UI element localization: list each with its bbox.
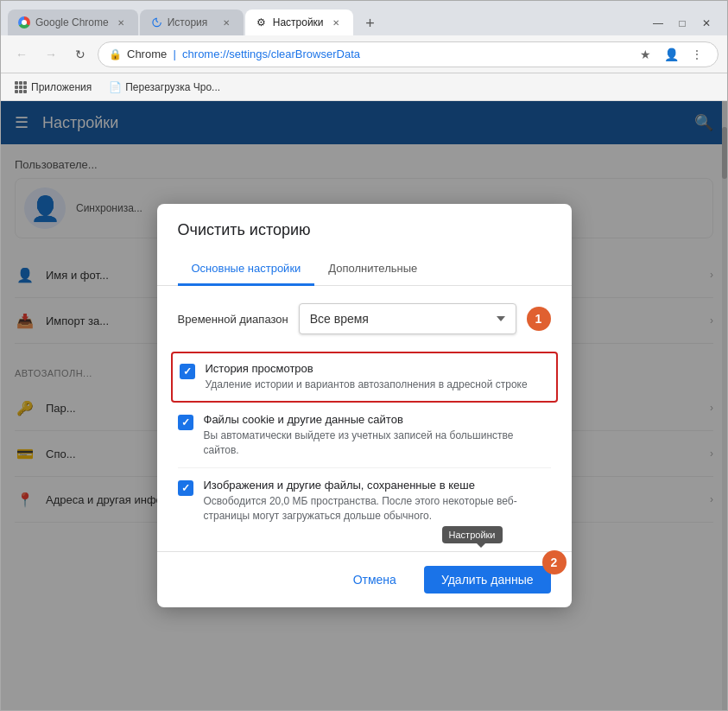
tab-google-chrome[interactable]: Google Chrome ✕: [8, 10, 138, 35]
back-button[interactable]: ←: [9, 42, 34, 67]
forward-button[interactable]: →: [39, 42, 63, 67]
bookmark-reload-chro[interactable]: 📄 Перезагрузка Чро...: [104, 79, 225, 96]
close-button[interactable]: ✕: [700, 16, 713, 30]
checkbox-item-history-highlighted: ✓ История просмотров Удаление истории и …: [171, 352, 558, 403]
cookies-content: Файлы cookie и другие данные сайтов Вы а…: [204, 413, 551, 458]
cache-desc: Освободится 20,0 МБ пространства. После …: [204, 494, 551, 524]
step1-badge: 1: [527, 307, 551, 331]
tab-settings[interactable]: ⚙ Настройки ✕: [245, 10, 353, 35]
checkmark-history: ✓: [183, 365, 192, 378]
cookies-desc: Вы автоматически выйдете из учетных запи…: [204, 429, 551, 458]
checkmark-cookies: ✓: [181, 416, 190, 429]
time-range-label: Временной диапазон: [178, 313, 288, 326]
minimize-button[interactable]: —: [651, 16, 665, 30]
tab-settings-label: Настройки: [273, 16, 324, 29]
address-chrome-prefix: Chrome: [127, 48, 167, 60]
time-range-select[interactable]: Все время Последний час Последние 24 час…: [299, 303, 516, 334]
history-desc: Удаление истории и вариантов автозаполне…: [206, 378, 549, 392]
modal-tabs: Основные настройки Дополнительные: [157, 253, 572, 286]
bookmark-reload-label: Перезагрузка Чро...: [125, 81, 220, 93]
tab-history[interactable]: История ✕: [140, 10, 244, 35]
address-bar[interactable]: 🔒 Chrome | chrome://settings/clearBrowse…: [98, 41, 719, 67]
step2-badge: 2: [542, 550, 567, 575]
apps-grid-icon: [15, 81, 27, 93]
window-controls: — □ ✕: [651, 16, 720, 35]
menu-button[interactable]: ⋮: [687, 44, 707, 65]
tab-close-settings[interactable]: ✕: [329, 16, 343, 29]
checkbox-item-cache: ✓ Изображения и другие файлы, сохраненны…: [178, 468, 551, 534]
modal-body: Временной диапазон Все время Последний ч…: [157, 286, 572, 551]
tab-bar: Google Chrome ✕ История ✕ ⚙ Настройки ✕ …: [1, 1, 727, 35]
tab-history-label: История: [168, 16, 214, 29]
apps-label: Приложения: [31, 81, 92, 93]
clear-history-modal: Очистить историю Основные настройки Допо…: [157, 204, 572, 607]
address-text: Chrome | chrome://settings/clearBrowserD…: [127, 48, 630, 60]
checkbox-item-history: ✓ История просмотров Удаление истории и …: [180, 362, 549, 392]
tab-google-chrome-label: Google Chrome: [35, 16, 109, 29]
checkbox-item-cookies: ✓ Файлы cookie и другие данные сайтов Вы…: [178, 403, 551, 469]
tab-close-google-chrome[interactable]: ✕: [114, 16, 128, 29]
history-icon: [150, 16, 162, 29]
address-actions: ★ 👤 ⋮: [635, 44, 707, 65]
gear-icon: ⚙: [256, 16, 268, 29]
cache-title: Изображения и другие файлы, сохраненные …: [204, 479, 551, 492]
bookmark-star-button[interactable]: ★: [635, 44, 655, 65]
checkbox-cache[interactable]: ✓: [178, 480, 193, 496]
cancel-button[interactable]: Отмена: [336, 566, 414, 594]
settings-tooltip: Настройки: [442, 526, 503, 543]
address-bar-area: ← → ↻ 🔒 Chrome | chrome://settings/clear…: [1, 35, 727, 73]
modal-title: Очистить историю: [157, 204, 572, 253]
history-content: История просмотров Удаление истории и ва…: [206, 362, 549, 392]
tab-close-history[interactable]: ✕: [219, 16, 233, 29]
bookmarks-bar: Приложения 📄 Перезагрузка Чро...: [1, 73, 727, 101]
new-tab-button[interactable]: +: [358, 11, 383, 35]
page-icon: 📄: [109, 81, 122, 93]
modal-overlay: Очистить историю Основные настройки Допо…: [1, 101, 727, 710]
checkbox-cookies[interactable]: ✓: [178, 415, 193, 430]
history-title: История просмотров: [206, 362, 549, 375]
modal-tab-basic[interactable]: Основные настройки: [178, 253, 315, 286]
account-button[interactable]: 👤: [661, 44, 681, 65]
modal-tab-advanced[interactable]: Дополнительные: [314, 253, 431, 286]
delete-data-button[interactable]: Удалить данные: [424, 566, 551, 594]
delete-button-container: Удалить данные 2: [424, 566, 551, 594]
secure-icon: 🔒: [109, 48, 122, 60]
modal-footer: Настройки Отмена Удалить данные 2: [157, 551, 572, 607]
time-range-row: Временной диапазон Все время Последний ч…: [178, 303, 551, 334]
cookies-title: Файлы cookie и другие данные сайтов: [204, 413, 551, 426]
browser-content: ☰ Настройки 🔍 Пользователе... 👤 Синхрони…: [1, 101, 727, 710]
checkbox-history[interactable]: ✓: [180, 364, 195, 379]
browser-window: Google Chrome ✕ История ✕ ⚙ Настройки ✕ …: [0, 0, 728, 711]
maximize-button[interactable]: □: [675, 16, 689, 30]
chrome-icon: [18, 16, 30, 29]
apps-button[interactable]: Приложения: [9, 79, 97, 96]
checkmark-cache: ✓: [181, 482, 190, 494]
cache-content: Изображения и другие файлы, сохраненные …: [204, 479, 551, 524]
reload-button[interactable]: ↻: [68, 42, 92, 67]
address-url: chrome://settings/clearBrowserData: [182, 48, 360, 60]
